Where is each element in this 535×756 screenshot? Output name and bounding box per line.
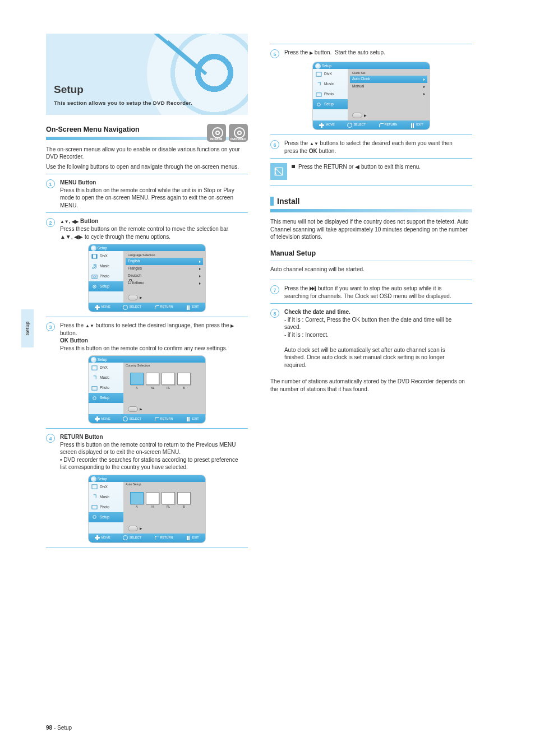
chapter-title: Setup	[54, 82, 84, 97]
exit-icon	[186, 305, 191, 310]
svg-rect-8	[91, 387, 96, 390]
svg-rect-1	[91, 254, 93, 258]
step-6: 6 Press the buttons to select the desire…	[270, 140, 472, 155]
gear-icon	[91, 283, 98, 290]
note-block: Press the RETURN or ◀ button to exit thi…	[270, 163, 472, 180]
svg-point-4	[93, 276, 95, 278]
step-1: 1 MENU Button Press this button on the r…	[46, 179, 248, 209]
film-icon	[91, 253, 98, 259]
manual-text: Auto channel scanning will be started.	[270, 266, 472, 273]
step-8: 8 Check the date and time. - if it is : …	[270, 308, 472, 369]
chapter-subtitle: This section allows you to setup the DVD…	[54, 100, 192, 107]
heading-manual: Manual Setup	[270, 249, 472, 258]
osd-language-selection: Setup DivX Music Photo Setup Language Se…	[88, 244, 206, 312]
heading-nav: On-Screen Menu Navigation BD-ROM DVD-VID…	[46, 125, 248, 134]
install-text: This menu will not be displayed if the c…	[270, 218, 472, 241]
ok-icon	[123, 305, 128, 310]
note-icon	[270, 163, 287, 180]
music-icon	[91, 263, 98, 270]
svg-rect-7	[91, 366, 96, 370]
svg-rect-2	[96, 254, 97, 258]
svg-point-15	[317, 103, 320, 106]
svg-rect-13	[316, 72, 321, 76]
svg-rect-14	[316, 92, 321, 96]
dpad-icon	[95, 305, 100, 310]
osd-auto-setup: Setup DivX Music Photo Setup Auto Setup …	[88, 475, 206, 543]
photo-icon	[91, 273, 98, 280]
nav-intro-1: The on-screen menus allow you to enable …	[46, 146, 248, 161]
channel-list-text: The number of stations automatically sto…	[270, 378, 472, 393]
heading-install: Install	[270, 196, 472, 207]
page-footer: 98 - Setup	[46, 724, 72, 732]
svg-point-6	[94, 286, 95, 287]
return-icon	[154, 305, 159, 310]
step-2: 2 , Button Press these buttons on the re…	[46, 217, 248, 240]
nav-intro-2: Use the following buttons to open and na…	[46, 163, 248, 171]
osd-country-selection: Setup DivX Music Photo Setup Country Sel…	[88, 355, 206, 424]
svg-rect-11	[91, 505, 96, 509]
chapter-banner: Setup This section allows you to setup t…	[46, 34, 248, 115]
step-4: 4 RETURN Button Press this button on the…	[46, 433, 248, 471]
svg-rect-10	[91, 485, 96, 489]
step-3: 3 Press the buttons to select the desire…	[46, 322, 248, 352]
svg-point-9	[93, 397, 96, 400]
osd-clock-set: Setup DivX Music Photo Setup Clock Set A…	[312, 62, 430, 130]
side-tab: Setup	[21, 309, 34, 347]
dvdvideo-icon: DVD-VIDEO	[229, 124, 248, 142]
step-7: 7 Press the button if you want to stop t…	[270, 285, 472, 300]
svg-point-12	[93, 516, 96, 519]
next-track-icon	[310, 286, 316, 291]
step-5: 5 Press the button. Start the auto setup…	[270, 49, 472, 58]
bdrom-icon: BD-ROM	[207, 124, 226, 142]
